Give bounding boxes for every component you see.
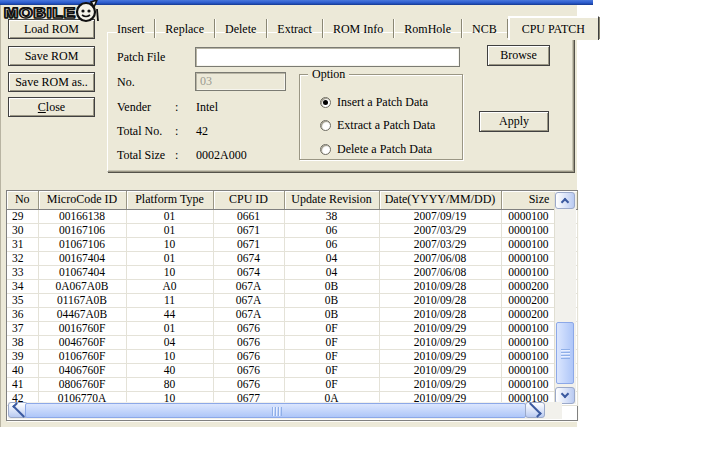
tab-insert[interactable]: Insert bbox=[107, 19, 155, 38]
tab-rom-info[interactable]: ROM Info bbox=[323, 19, 394, 38]
cell-platform-type: 11 bbox=[126, 293, 213, 307]
cell-platform-type: 80 bbox=[126, 377, 213, 391]
table-header-row: NoMicroCode IDPlatform TypeCPU IDUpdate … bbox=[7, 191, 577, 209]
column-header-microcode-id[interactable]: MicroCode ID bbox=[38, 191, 126, 209]
cell-date-yyyy-mm-dd-: 2010/09/29 bbox=[379, 321, 501, 335]
table-row[interactable]: 390106760F1006760F2010/09/290000100 bbox=[7, 349, 577, 363]
radio-option-extract-a-patch-data[interactable]: Extract a Patch Data bbox=[320, 118, 435, 132]
cell-microcode-id: 00166138 bbox=[38, 209, 126, 223]
screen: MOBILE Load ROM Save ROM Save ROM as.. C… bbox=[0, 0, 720, 450]
cell-platform-type: 01 bbox=[126, 321, 213, 335]
horizontal-scroll-thumb[interactable] bbox=[25, 403, 526, 418]
cell-date-yyyy-mm-dd-: 2010/09/28 bbox=[379, 307, 501, 321]
tab-strip: InsertReplaceDeleteExtractROM InfoRomHol… bbox=[107, 10, 599, 38]
horizontal-scrollbar[interactable] bbox=[8, 402, 562, 419]
cell-cpu-id: 0676 bbox=[213, 377, 284, 391]
cell-update-revision: 0B bbox=[284, 293, 379, 307]
cell-no: 29 bbox=[7, 209, 38, 223]
cell-microcode-id: 01067106 bbox=[38, 237, 126, 251]
radio-selected-dot bbox=[323, 100, 328, 105]
save-rom-as-button[interactable]: Save ROM as.. bbox=[8, 72, 95, 92]
column-header-no[interactable]: No bbox=[7, 191, 38, 209]
cell-platform-type: 10 bbox=[126, 349, 213, 363]
vertical-scrollbar[interactable] bbox=[554, 192, 576, 404]
cell-update-revision: 0F bbox=[284, 335, 379, 349]
cell-cpu-id: 0671 bbox=[213, 237, 284, 251]
cell-date-yyyy-mm-dd-: 2010/09/29 bbox=[379, 363, 501, 377]
column-header-update-revision[interactable]: Update Revision bbox=[284, 191, 379, 209]
cell-no: 35 bbox=[7, 293, 38, 307]
cell-cpu-id: 0674 bbox=[213, 251, 284, 265]
radio-option-insert-a-patch-data[interactable]: Insert a Patch Data bbox=[320, 95, 428, 109]
tab-cpu-patch[interactable]: CPU PATCH bbox=[508, 16, 599, 40]
cell-update-revision: 0B bbox=[284, 307, 379, 321]
tab-extract[interactable]: Extract bbox=[267, 19, 323, 38]
chevron-right-icon bbox=[526, 402, 542, 418]
table-row[interactable]: 3000167106010671062007/03/290000100 bbox=[7, 223, 577, 237]
cell-no: 34 bbox=[7, 279, 38, 293]
total-size-value: 0002A000 bbox=[196, 148, 247, 163]
cell-microcode-id: 0806760F bbox=[38, 377, 126, 391]
scroll-right-button[interactable] bbox=[525, 402, 545, 418]
cell-cpu-id: 067A bbox=[213, 307, 284, 321]
cell-cpu-id: 0674 bbox=[213, 265, 284, 279]
close-label: Close bbox=[38, 100, 65, 115]
table-row[interactable]: 2900166138010661382007/09/190000100 bbox=[7, 209, 577, 223]
vender-label: Vender bbox=[117, 100, 151, 115]
no-input bbox=[195, 72, 286, 91]
cell-cpu-id: 0661 bbox=[213, 209, 284, 223]
cell-update-revision: 06 bbox=[284, 237, 379, 251]
close-button[interactable]: Close bbox=[8, 97, 95, 117]
cell-microcode-id: 0A067A0B bbox=[38, 279, 126, 293]
chevron-up-icon bbox=[561, 198, 569, 206]
cell-date-yyyy-mm-dd-: 2010/09/29 bbox=[379, 377, 501, 391]
column-header-date-yyyy-mm-dd-[interactable]: Date(YYYY/MM/DD) bbox=[379, 191, 501, 209]
vertical-scroll-thumb[interactable] bbox=[556, 322, 574, 384]
apply-button[interactable]: Apply bbox=[479, 111, 549, 132]
tab-replace[interactable]: Replace bbox=[155, 19, 215, 38]
radio-button-icon[interactable] bbox=[320, 97, 331, 108]
patch-file-input[interactable] bbox=[195, 47, 460, 67]
scroll-up-button[interactable] bbox=[555, 192, 575, 209]
table-row[interactable]: 410806760F8006760F2010/09/290000100 bbox=[7, 377, 577, 391]
column-header-cpu-id[interactable]: CPU ID bbox=[213, 191, 284, 209]
cell-platform-type: 01 bbox=[126, 223, 213, 237]
table-row[interactable]: 400406760F4006760F2010/09/290000100 bbox=[7, 363, 577, 377]
cell-microcode-id: 00167404 bbox=[38, 251, 126, 265]
table-row[interactable]: 3200167404010674042007/06/080000100 bbox=[7, 251, 577, 265]
browse-button[interactable]: Browse bbox=[487, 45, 550, 66]
cell-date-yyyy-mm-dd-: 2007/06/08 bbox=[379, 265, 501, 279]
cell-no: 32 bbox=[7, 251, 38, 265]
tab-delete[interactable]: Delete bbox=[215, 19, 267, 38]
no-label: No. bbox=[117, 75, 135, 90]
cell-date-yyyy-mm-dd-: 2007/03/29 bbox=[379, 223, 501, 237]
cell-update-revision: 0B bbox=[284, 279, 379, 293]
table-row[interactable]: 3101067106100671062007/03/290000100 bbox=[7, 237, 577, 251]
cell-no: 33 bbox=[7, 265, 38, 279]
table-row[interactable]: 3604467A0B44067A0B2010/09/280000200 bbox=[7, 307, 577, 321]
tab-ncb[interactable]: NCB bbox=[462, 19, 508, 38]
mobile01-logo-text: MOBILE bbox=[4, 4, 76, 22]
table-row[interactable]: 3301067404100674042007/06/080000100 bbox=[7, 265, 577, 279]
vender-value: Intel bbox=[196, 100, 218, 115]
radio-button-icon[interactable] bbox=[320, 120, 331, 131]
radio-button-icon[interactable] bbox=[320, 144, 331, 155]
table-row[interactable]: 370016760F0106760F2010/09/290000100 bbox=[7, 321, 577, 335]
cell-date-yyyy-mm-dd-: 2010/09/29 bbox=[379, 335, 501, 349]
save-rom-label: Save ROM bbox=[25, 49, 79, 64]
table-row[interactable]: 340A067A0BA0067A0B2010/09/280000200 bbox=[7, 279, 577, 293]
table-row[interactable]: 380046760F0406760F2010/09/290000100 bbox=[7, 335, 577, 349]
tab-page-cpu-patch: Patch File Browse No. Vender : Intel Tot… bbox=[107, 32, 574, 172]
radio-option-label: Extract a Patch Data bbox=[337, 118, 435, 133]
column-header-platform-type[interactable]: Platform Type bbox=[126, 191, 213, 209]
cell-no: 38 bbox=[7, 335, 38, 349]
cell-cpu-id: 0676 bbox=[213, 335, 284, 349]
cell-update-revision: 0F bbox=[284, 377, 379, 391]
tab-romhole[interactable]: RomHole bbox=[394, 19, 462, 38]
cell-update-revision: 0F bbox=[284, 363, 379, 377]
radio-option-delete-a-patch-data[interactable]: Delete a Patch Data bbox=[320, 142, 432, 156]
cell-date-yyyy-mm-dd-: 2007/03/29 bbox=[379, 237, 501, 251]
save-rom-button[interactable]: Save ROM bbox=[8, 46, 95, 66]
vender-colon: : bbox=[175, 100, 178, 115]
table-row[interactable]: 3501167A0B11067A0B2010/09/280000200 bbox=[7, 293, 577, 307]
